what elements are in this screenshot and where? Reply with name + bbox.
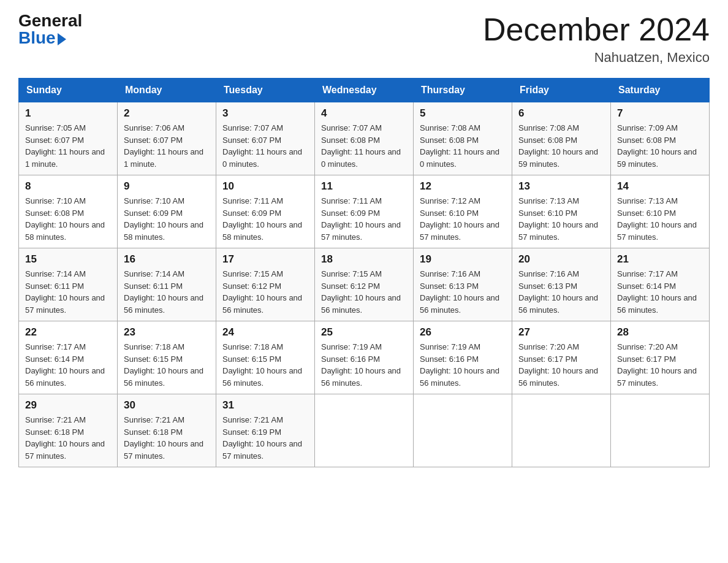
table-row: 4 Sunrise: 7:07 AM Sunset: 6:08 PM Dayli… bbox=[315, 102, 414, 175]
day-number: 4 bbox=[321, 107, 407, 120]
day-number: 14 bbox=[617, 180, 703, 193]
calendar-table: Sunday Monday Tuesday Wednesday Thursday… bbox=[18, 78, 710, 467]
day-info: Sunrise: 7:13 AM Sunset: 6:10 PM Dayligh… bbox=[617, 195, 703, 243]
day-number: 27 bbox=[518, 326, 604, 339]
day-number: 2 bbox=[124, 107, 210, 120]
day-number: 18 bbox=[321, 253, 407, 266]
table-row bbox=[611, 394, 710, 467]
calendar-body: 1 Sunrise: 7:05 AM Sunset: 6:07 PM Dayli… bbox=[19, 102, 710, 467]
table-row: 7 Sunrise: 7:09 AM Sunset: 6:08 PM Dayli… bbox=[611, 102, 710, 175]
table-row: 28 Sunrise: 7:20 AM Sunset: 6:17 PM Dayl… bbox=[611, 321, 710, 394]
col-monday: Monday bbox=[118, 79, 216, 102]
day-info: Sunrise: 7:21 AM Sunset: 6:18 PM Dayligh… bbox=[25, 414, 111, 462]
calendar-week-row: 29 Sunrise: 7:21 AM Sunset: 6:18 PM Dayl… bbox=[19, 394, 710, 467]
table-row: 13 Sunrise: 7:13 AM Sunset: 6:10 PM Dayl… bbox=[512, 175, 611, 248]
col-friday: Friday bbox=[512, 79, 611, 102]
table-row: 10 Sunrise: 7:11 AM Sunset: 6:09 PM Dayl… bbox=[216, 175, 315, 248]
table-row: 27 Sunrise: 7:20 AM Sunset: 6:17 PM Dayl… bbox=[512, 321, 611, 394]
day-info: Sunrise: 7:15 AM Sunset: 6:12 PM Dayligh… bbox=[321, 268, 407, 316]
day-number: 21 bbox=[617, 253, 703, 266]
table-row: 17 Sunrise: 7:15 AM Sunset: 6:12 PM Dayl… bbox=[216, 248, 315, 321]
location-text: Nahuatzen, Mexico bbox=[483, 50, 710, 66]
table-row: 16 Sunrise: 7:14 AM Sunset: 6:11 PM Dayl… bbox=[118, 248, 216, 321]
col-tuesday: Tuesday bbox=[216, 79, 315, 102]
table-row: 1 Sunrise: 7:05 AM Sunset: 6:07 PM Dayli… bbox=[19, 102, 118, 175]
day-info: Sunrise: 7:18 AM Sunset: 6:15 PM Dayligh… bbox=[124, 341, 210, 389]
day-info: Sunrise: 7:10 AM Sunset: 6:09 PM Dayligh… bbox=[124, 195, 210, 243]
day-info: Sunrise: 7:07 AM Sunset: 6:08 PM Dayligh… bbox=[321, 122, 407, 170]
col-sunday: Sunday bbox=[19, 79, 118, 102]
day-info: Sunrise: 7:13 AM Sunset: 6:10 PM Dayligh… bbox=[518, 195, 604, 243]
day-number: 23 bbox=[124, 326, 210, 339]
day-info: Sunrise: 7:10 AM Sunset: 6:08 PM Dayligh… bbox=[25, 195, 111, 243]
day-info: Sunrise: 7:14 AM Sunset: 6:11 PM Dayligh… bbox=[124, 268, 210, 316]
table-row: 3 Sunrise: 7:07 AM Sunset: 6:07 PM Dayli… bbox=[216, 102, 315, 175]
day-info: Sunrise: 7:11 AM Sunset: 6:09 PM Dayligh… bbox=[222, 195, 308, 243]
table-row bbox=[512, 394, 611, 467]
logo-arrow-icon bbox=[58, 33, 66, 45]
table-row: 29 Sunrise: 7:21 AM Sunset: 6:18 PM Dayl… bbox=[19, 394, 118, 467]
day-number: 28 bbox=[617, 326, 703, 339]
col-saturday: Saturday bbox=[611, 79, 710, 102]
day-info: Sunrise: 7:20 AM Sunset: 6:17 PM Dayligh… bbox=[617, 341, 703, 389]
table-row: 5 Sunrise: 7:08 AM Sunset: 6:08 PM Dayli… bbox=[414, 102, 512, 175]
day-info: Sunrise: 7:05 AM Sunset: 6:07 PM Dayligh… bbox=[25, 122, 111, 170]
day-info: Sunrise: 7:15 AM Sunset: 6:12 PM Dayligh… bbox=[222, 268, 308, 316]
day-info: Sunrise: 7:21 AM Sunset: 6:18 PM Dayligh… bbox=[124, 414, 210, 462]
logo: General Blue bbox=[18, 12, 82, 47]
day-info: Sunrise: 7:06 AM Sunset: 6:07 PM Dayligh… bbox=[124, 122, 210, 170]
month-title: December 2024 bbox=[483, 12, 710, 47]
table-row: 15 Sunrise: 7:14 AM Sunset: 6:11 PM Dayl… bbox=[19, 248, 118, 321]
day-info: Sunrise: 7:17 AM Sunset: 6:14 PM Dayligh… bbox=[617, 268, 703, 316]
table-row: 8 Sunrise: 7:10 AM Sunset: 6:08 PM Dayli… bbox=[19, 175, 118, 248]
day-number: 20 bbox=[518, 253, 604, 266]
day-number: 26 bbox=[420, 326, 506, 339]
table-row: 20 Sunrise: 7:16 AM Sunset: 6:13 PM Dayl… bbox=[512, 248, 611, 321]
table-row: 24 Sunrise: 7:18 AM Sunset: 6:15 PM Dayl… bbox=[216, 321, 315, 394]
day-info: Sunrise: 7:19 AM Sunset: 6:16 PM Dayligh… bbox=[420, 341, 506, 389]
day-number: 12 bbox=[420, 180, 506, 193]
day-number: 25 bbox=[321, 326, 407, 339]
day-number: 16 bbox=[124, 253, 210, 266]
table-row: 21 Sunrise: 7:17 AM Sunset: 6:14 PM Dayl… bbox=[611, 248, 710, 321]
calendar-header: Sunday Monday Tuesday Wednesday Thursday… bbox=[19, 79, 710, 102]
day-number: 31 bbox=[222, 399, 308, 412]
table-row bbox=[414, 394, 512, 467]
calendar-week-row: 22 Sunrise: 7:17 AM Sunset: 6:14 PM Dayl… bbox=[19, 321, 710, 394]
day-info: Sunrise: 7:19 AM Sunset: 6:16 PM Dayligh… bbox=[321, 341, 407, 389]
day-info: Sunrise: 7:16 AM Sunset: 6:13 PM Dayligh… bbox=[518, 268, 604, 316]
day-info: Sunrise: 7:07 AM Sunset: 6:07 PM Dayligh… bbox=[222, 122, 308, 170]
table-row: 25 Sunrise: 7:19 AM Sunset: 6:16 PM Dayl… bbox=[315, 321, 414, 394]
table-row: 31 Sunrise: 7:21 AM Sunset: 6:19 PM Dayl… bbox=[216, 394, 315, 467]
day-number: 29 bbox=[25, 399, 111, 412]
day-number: 9 bbox=[124, 180, 210, 193]
day-info: Sunrise: 7:18 AM Sunset: 6:15 PM Dayligh… bbox=[222, 341, 308, 389]
calendar-week-row: 8 Sunrise: 7:10 AM Sunset: 6:08 PM Dayli… bbox=[19, 175, 710, 248]
day-number: 22 bbox=[25, 326, 111, 339]
col-thursday: Thursday bbox=[414, 79, 512, 102]
table-row: 11 Sunrise: 7:11 AM Sunset: 6:09 PM Dayl… bbox=[315, 175, 414, 248]
day-info: Sunrise: 7:17 AM Sunset: 6:14 PM Dayligh… bbox=[25, 341, 111, 389]
day-info: Sunrise: 7:16 AM Sunset: 6:13 PM Dayligh… bbox=[420, 268, 506, 316]
day-number: 11 bbox=[321, 180, 407, 193]
logo-general-text: General bbox=[18, 12, 82, 29]
logo-blue-text: Blue bbox=[18, 29, 66, 47]
table-row: 22 Sunrise: 7:17 AM Sunset: 6:14 PM Dayl… bbox=[19, 321, 118, 394]
day-number: 3 bbox=[222, 107, 308, 120]
day-number: 5 bbox=[420, 107, 506, 120]
table-row: 18 Sunrise: 7:15 AM Sunset: 6:12 PM Dayl… bbox=[315, 248, 414, 321]
day-info: Sunrise: 7:08 AM Sunset: 6:08 PM Dayligh… bbox=[518, 122, 604, 170]
table-row: 12 Sunrise: 7:12 AM Sunset: 6:10 PM Dayl… bbox=[414, 175, 512, 248]
day-number: 7 bbox=[617, 107, 703, 120]
page-header: General Blue December 2024 Nahuatzen, Me… bbox=[18, 12, 710, 66]
calendar-week-row: 1 Sunrise: 7:05 AM Sunset: 6:07 PM Dayli… bbox=[19, 102, 710, 175]
title-block: December 2024 Nahuatzen, Mexico bbox=[483, 12, 710, 66]
day-number: 19 bbox=[420, 253, 506, 266]
table-row: 6 Sunrise: 7:08 AM Sunset: 6:08 PM Dayli… bbox=[512, 102, 611, 175]
day-info: Sunrise: 7:14 AM Sunset: 6:11 PM Dayligh… bbox=[25, 268, 111, 316]
calendar-week-row: 15 Sunrise: 7:14 AM Sunset: 6:11 PM Dayl… bbox=[19, 248, 710, 321]
col-wednesday: Wednesday bbox=[315, 79, 414, 102]
table-row: 23 Sunrise: 7:18 AM Sunset: 6:15 PM Dayl… bbox=[118, 321, 216, 394]
day-info: Sunrise: 7:12 AM Sunset: 6:10 PM Dayligh… bbox=[420, 195, 506, 243]
table-row: 14 Sunrise: 7:13 AM Sunset: 6:10 PM Dayl… bbox=[611, 175, 710, 248]
